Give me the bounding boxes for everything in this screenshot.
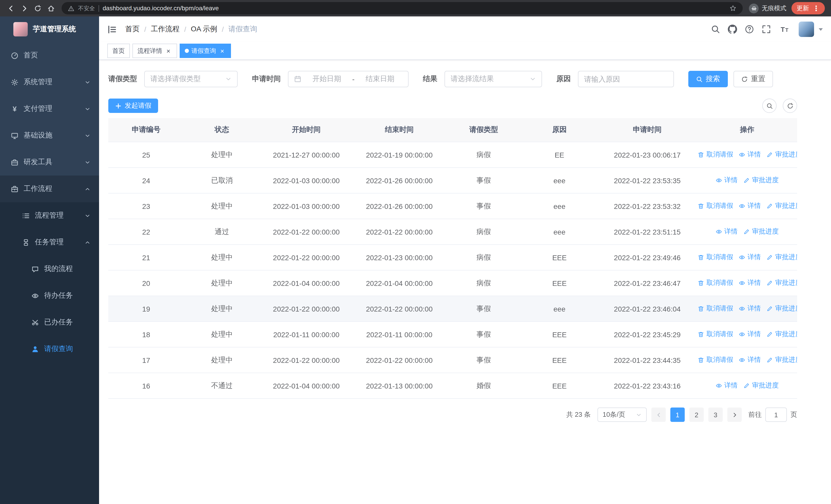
progress-action[interactable]: 审批进度: [767, 278, 797, 288]
cancel-action[interactable]: 取消请假: [698, 355, 733, 365]
chevron-up-icon: [85, 186, 90, 192]
sidebar-item[interactable]: 工作流程: [0, 176, 99, 202]
close-icon[interactable]: ×: [219, 47, 226, 54]
sidebar-item[interactable]: 待办任务: [0, 282, 99, 309]
progress-action[interactable]: 审批进度: [743, 381, 779, 390]
cancel-action[interactable]: 取消请假: [698, 278, 733, 288]
sidebar-item[interactable]: 研发工具: [0, 149, 99, 176]
menu-dots-icon[interactable]: ⋮: [812, 5, 820, 12]
refresh-table-button[interactable]: [783, 98, 797, 113]
logo-row[interactable]: 芋道管理系统: [0, 17, 99, 42]
column-header: 结束时间: [353, 118, 446, 142]
apply-time-range-picker[interactable]: 开始日期 - 结束日期: [288, 71, 408, 87]
sidebar-item[interactable]: 首页: [0, 42, 99, 69]
question-icon[interactable]: [745, 25, 754, 34]
create-leave-button[interactable]: 发起请假: [108, 98, 158, 113]
leave-type-select[interactable]: 请选择请假类型: [144, 71, 238, 87]
breadcrumb-item[interactable]: 首页: [125, 25, 140, 34]
view-icon: [739, 151, 746, 158]
tag-item[interactable]: 流程详情×: [133, 43, 177, 58]
detail-action[interactable]: 详情: [739, 278, 761, 288]
tag-item[interactable]: 首页: [107, 43, 130, 58]
progress-action[interactable]: 审批进度: [767, 355, 797, 365]
prev-page-button[interactable]: [651, 408, 666, 422]
cancel-action[interactable]: 取消请假: [698, 150, 733, 159]
avatar-caret-icon[interactable]: [819, 28, 823, 31]
cell-end-time: 2022-01-26 00:00:00: [353, 168, 446, 193]
progress-action[interactable]: 审批进度: [743, 176, 779, 185]
cancel-action[interactable]: 取消请假: [698, 202, 733, 211]
goto-page-input[interactable]: [765, 408, 787, 422]
toggle-search-button[interactable]: [762, 98, 777, 113]
sidebar-item[interactable]: 流程管理: [0, 202, 99, 229]
reason-input[interactable]: [578, 71, 674, 87]
page-number-button[interactable]: 3: [708, 408, 723, 422]
tags-view: 首页流程详情×请假查询×: [99, 42, 831, 60]
sidebar-item[interactable]: 我的流程: [0, 256, 99, 282]
view-icon: [739, 280, 746, 287]
detail-action[interactable]: 详情: [739, 355, 761, 365]
update-button[interactable]: 更新 ⋮: [792, 2, 825, 14]
cell-status: 处理中: [184, 296, 260, 322]
reset-button[interactable]: 重置: [734, 71, 773, 87]
sidebar-item[interactable]: 基础设施: [0, 122, 99, 149]
cancel-action[interactable]: 取消请假: [698, 330, 733, 339]
detail-action[interactable]: 详情: [739, 330, 761, 339]
search-button[interactable]: 搜索: [688, 71, 728, 87]
cancel-action[interactable]: 取消请假: [698, 304, 733, 313]
fontsize-icon[interactable]: TT: [779, 25, 791, 34]
detail-action-label: 详情: [748, 330, 761, 339]
result-select[interactable]: 请选择流结果: [445, 71, 542, 87]
breadcrumb-item[interactable]: 请假查询: [228, 25, 257, 34]
sidebar-item[interactable]: ¥支付管理: [0, 95, 99, 122]
progress-action[interactable]: 审批进度: [743, 227, 779, 236]
tag-item[interactable]: 请假查询×: [180, 43, 231, 58]
browser-back-button[interactable]: [4, 2, 18, 15]
page-number-button[interactable]: 1: [670, 408, 685, 422]
cancel-action-label: 取消请假: [707, 278, 733, 288]
progress-action[interactable]: 审批进度: [767, 202, 797, 211]
cell-status: 不通过: [184, 373, 260, 398]
detail-action[interactable]: 详情: [739, 202, 761, 211]
next-page-button[interactable]: [727, 408, 742, 422]
incognito-glyph-icon: [751, 5, 757, 11]
progress-action[interactable]: 审批进度: [767, 330, 797, 339]
cell-end-time: 2022-01-22 00:00:00: [353, 296, 446, 322]
github-icon[interactable]: [728, 25, 737, 34]
progress-action[interactable]: 审批进度: [767, 304, 797, 313]
sidebar-item[interactable]: 系统管理: [0, 69, 99, 95]
sidebar-item[interactable]: 任务管理: [0, 229, 99, 256]
progress-action-label: 审批进度: [775, 330, 797, 339]
cell-reason: eee: [521, 296, 597, 322]
user-avatar[interactable]: [799, 22, 814, 37]
detail-action[interactable]: 详情: [739, 304, 761, 313]
browser-home-button[interactable]: [44, 2, 57, 15]
detail-action[interactable]: 详情: [739, 150, 761, 159]
bookmark-star-icon[interactable]: [729, 5, 737, 12]
browser-forward-button[interactable]: [18, 2, 31, 15]
progress-action[interactable]: 审批进度: [767, 150, 797, 159]
incognito-badge: 无痕模式: [749, 3, 786, 13]
sidebar-item[interactable]: 请假查询: [0, 336, 99, 362]
breadcrumb-item[interactable]: OA 示例: [191, 25, 218, 34]
close-icon[interactable]: ×: [165, 47, 172, 54]
page-size-select[interactable]: 10条/页: [598, 408, 647, 422]
hamburger-icon[interactable]: [107, 24, 117, 34]
detail-action[interactable]: 详情: [716, 176, 738, 185]
url-text[interactable]: dashboard.yudao.iocoder.cn/bpm/oa/leave: [103, 5, 726, 12]
cell-apply-time: 2022-01-22 23:45:29: [598, 322, 697, 347]
table-row: 23处理中2022-01-03 00:00:002022-01-26 00:00…: [108, 193, 797, 219]
breadcrumb-item[interactable]: 工作流程: [151, 25, 180, 34]
sidebar-item[interactable]: 已办任务: [0, 309, 99, 336]
detail-action[interactable]: 详情: [716, 227, 738, 236]
page-number-button[interactable]: 2: [689, 408, 704, 422]
search-icon[interactable]: [711, 25, 720, 34]
detail-action[interactable]: 详情: [739, 253, 761, 262]
cancel-action[interactable]: 取消请假: [698, 253, 733, 262]
fullscreen-icon[interactable]: [762, 25, 771, 34]
address-bar[interactable]: 不安全 dashboard.yudao.iocoder.cn/bpm/oa/le…: [62, 2, 743, 14]
detail-action[interactable]: 详情: [716, 381, 738, 390]
progress-action[interactable]: 审批进度: [767, 253, 797, 262]
browser-reload-button[interactable]: [31, 2, 44, 15]
progress-action-label: 审批进度: [775, 150, 797, 159]
